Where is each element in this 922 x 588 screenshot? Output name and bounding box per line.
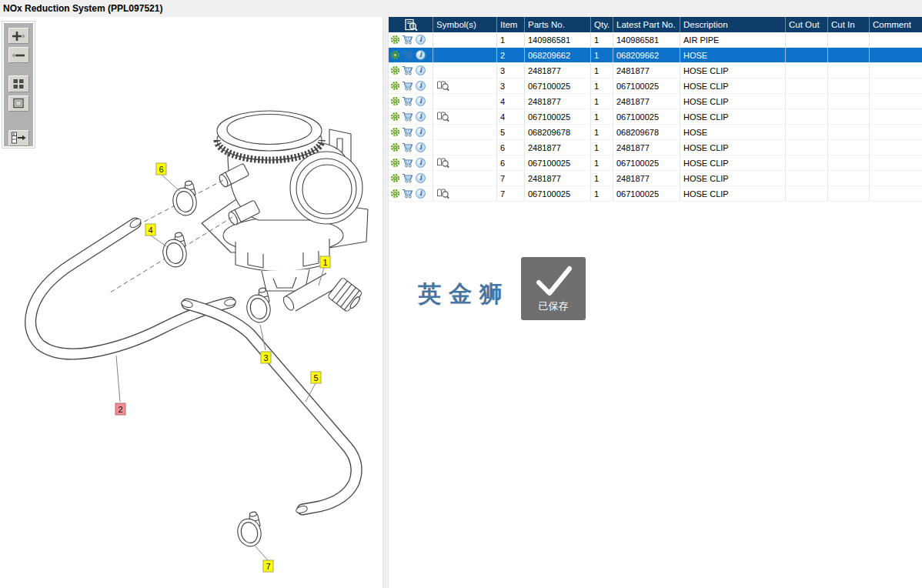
tile-view-button[interactable] — [8, 75, 29, 92]
catalog-search-header-cell[interactable] — [389, 17, 433, 32]
zoom-out-button[interactable] — [8, 47, 29, 63]
panel-splitter[interactable] — [382, 17, 389, 588]
gear-icon[interactable] — [390, 158, 400, 168]
gear-icon[interactable] — [390, 127, 400, 137]
col-header-cut-in[interactable]: Cut In — [828, 17, 870, 32]
cart-icon[interactable] — [402, 142, 414, 152]
symbol-illustration-icon[interactable] — [436, 157, 450, 169]
gear-icon[interactable] — [390, 189, 400, 199]
info-icon[interactable]: i — [416, 96, 426, 106]
gear-icon[interactable] — [390, 81, 400, 91]
symbols-cell — [433, 109, 497, 124]
table-row[interactable]: i30671000251067100025HOSE CLIP — [389, 79, 922, 94]
valve-assembly[interactable] — [202, 111, 368, 291]
page-title: NOx Reduction System (PPL097521) — [3, 3, 162, 14]
col-header-qty[interactable]: Qty. — [591, 17, 613, 32]
latest-part-no-cell: 2481877 — [613, 94, 680, 109]
qty-cell: 1 — [591, 94, 613, 109]
gear-icon[interactable] — [390, 112, 400, 122]
actions-cell: i — [389, 79, 433, 93]
table-row[interactable]: i60671000251067100025HOSE CLIP — [389, 155, 922, 171]
svg-text:1: 1 — [322, 258, 327, 267]
fit-view-button[interactable] — [8, 95, 29, 112]
info-icon[interactable]: i — [416, 65, 426, 75]
svg-text:4: 4 — [148, 226, 152, 235]
callout-7[interactable]: 7 — [256, 546, 273, 572]
toggle-panel-button[interactable] — [8, 130, 29, 146]
item-cell: 3 — [497, 63, 525, 78]
col-header-cut-out[interactable]: Cut Out — [786, 17, 828, 32]
table-row[interactable]: i11409865811140986581AIR PIPE — [389, 32, 922, 48]
actions-cell: i — [389, 140, 433, 155]
cart-icon[interactable] — [402, 35, 414, 45]
cart-icon[interactable] — [402, 158, 414, 168]
info-icon[interactable]: i — [416, 35, 426, 45]
table-row[interactable]: i50682096781068209678HOSE — [389, 125, 922, 140]
gear-icon[interactable] — [390, 35, 400, 45]
cart-icon[interactable] — [402, 189, 414, 199]
item-cell: 4 — [497, 109, 525, 124]
part-hose-5[interactable] — [181, 299, 356, 514]
gear-icon[interactable] — [390, 173, 400, 183]
col-header-latest-part-no[interactable]: Latest Part No. — [613, 17, 680, 32]
info-icon[interactable]: i — [416, 158, 426, 168]
info-icon[interactable]: i — [416, 112, 426, 122]
cart-icon[interactable] — [402, 50, 414, 60]
saved-toast: 已保存 — [521, 257, 586, 320]
cut-in-cell — [828, 32, 870, 47]
actions-cell: i — [389, 48, 433, 62]
callout-5[interactable]: 5 — [306, 372, 321, 402]
callout-2[interactable]: 2 — [115, 356, 125, 415]
cart-icon[interactable] — [402, 173, 414, 183]
latest-part-no-cell: 067100025 — [613, 109, 680, 124]
description-cell: HOSE CLIP — [680, 94, 786, 109]
info-icon[interactable]: i — [416, 50, 426, 60]
symbol-illustration-icon[interactable] — [436, 111, 450, 123]
cart-icon[interactable] — [402, 127, 414, 137]
saved-toast-label: 已保存 — [539, 299, 569, 313]
part-hose-clamp-7[interactable] — [233, 511, 264, 549]
cut-in-cell — [828, 171, 870, 185]
qty-cell: 1 — [591, 125, 613, 139]
col-header-parts-no[interactable]: Parts No. — [525, 17, 591, 32]
table-row[interactable]: i3248187712481877HOSE CLIP — [389, 63, 922, 79]
cut-out-cell — [786, 186, 828, 201]
gear-icon[interactable] — [390, 50, 400, 60]
table-row-selected[interactable]: i20682096621068209662HOSE — [389, 48, 922, 63]
qty-cell: 1 — [591, 186, 613, 201]
table-row[interactable]: i70671000251067100025HOSE CLIP — [389, 186, 922, 202]
info-icon[interactable]: i — [416, 189, 426, 199]
cart-icon[interactable] — [402, 65, 414, 75]
table-row[interactable]: i6248187712481877HOSE CLIP — [389, 140, 922, 155]
part-hose-clamp-4[interactable] — [159, 232, 189, 269]
part-hose-2[interactable] — [31, 217, 236, 354]
info-icon[interactable]: i — [416, 173, 426, 183]
col-header-description[interactable]: Description — [680, 17, 786, 32]
diagram-panel[interactable]: 1 2 3 4 5 — [0, 17, 382, 588]
cart-icon[interactable] — [402, 81, 414, 91]
col-header-comment[interactable]: Comment — [870, 17, 922, 32]
col-header-item[interactable]: Item — [497, 17, 525, 32]
info-icon[interactable]: i — [416, 142, 426, 152]
callout-6[interactable]: 6 — [156, 163, 179, 191]
cart-icon[interactable] — [402, 112, 414, 122]
zoom-in-button[interactable] — [8, 28, 29, 44]
table-row[interactable]: i4248187712481877HOSE CLIP — [389, 94, 922, 109]
gear-icon[interactable] — [390, 65, 400, 75]
table-row[interactable]: i7248187712481877HOSE CLIP — [389, 171, 922, 186]
symbol-illustration-icon[interactable] — [436, 188, 450, 200]
parts-no-cell: 067100025 — [525, 79, 591, 93]
gear-icon[interactable] — [390, 96, 400, 106]
gear-icon[interactable] — [390, 142, 400, 152]
col-header-symbols[interactable]: Symbol(s) — [433, 17, 497, 32]
symbol-illustration-icon[interactable] — [436, 80, 450, 92]
cut-in-cell — [828, 94, 870, 109]
cart-icon[interactable] — [402, 96, 414, 106]
info-icon[interactable]: i — [416, 81, 426, 91]
actions-cell: i — [389, 171, 433, 185]
info-icon[interactable]: i — [416, 127, 426, 137]
actions-cell: i — [389, 63, 433, 78]
part-hose-clamp-3[interactable] — [242, 287, 273, 325]
table-row[interactable]: i40671000251067100025HOSE CLIP — [389, 109, 922, 125]
cut-in-cell — [828, 63, 870, 78]
